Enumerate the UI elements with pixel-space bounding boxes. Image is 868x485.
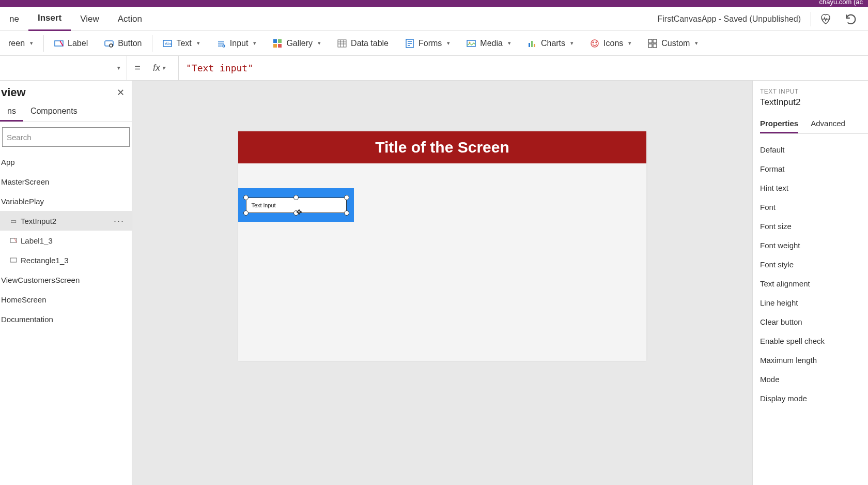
tab-properties[interactable]: Properties [760,115,798,133]
prop-font-size[interactable]: Font size [760,217,868,236]
ribbon-forms[interactable]: Forms▾ [397,31,458,56]
control-name-label[interactable]: TextInput2 [760,97,868,108]
chevron-down-icon: ▾ [447,40,450,47]
tab-screens[interactable]: ns [0,102,23,122]
tree-item-masterscreen[interactable]: MasterScreen [0,172,132,191]
tree-tabs: ns Components [0,102,132,122]
datatable-icon [337,39,347,48]
chevron-down-icon: ▾ [253,40,256,47]
svg-rect-23 [653,44,657,48]
tree-items: App MasterScreen VariablePlay ▭ TextInpu… [0,152,132,485]
ribbon-label-text: Icons [603,39,623,48]
prop-font-style[interactable]: Font style [760,255,868,274]
svg-rect-8 [273,44,277,48]
selected-textinput-control[interactable]: Text input ✥ [238,188,354,222]
resize-handle[interactable] [243,210,249,216]
prop-format[interactable]: Format [760,159,868,178]
chevron-down-icon: ▾ [117,65,120,71]
svg-rect-14 [529,43,530,47]
svg-point-19 [596,42,597,43]
prop-hint-text[interactable]: Hint text [760,178,868,198]
tree-item-documentation[interactable]: Documentation [0,309,132,329]
resize-handle[interactable] [344,195,349,200]
menu-view[interactable]: View [71,7,109,31]
tree-item-homescreen[interactable]: HomeScreen [0,290,132,309]
svg-rect-20 [648,39,652,43]
ribbon-label-text: Data table [351,39,389,48]
resize-handle[interactable] [344,210,349,216]
menu-home[interactable]: ne [0,7,28,31]
ribbon-datatable[interactable]: Data table [329,31,397,56]
divider [811,12,811,26]
tree-item-rectangle1-3[interactable]: Rectangle1_3 [0,250,132,270]
undo-icon[interactable] [844,12,858,26]
prop-clear-button[interactable]: Clear button [760,312,868,331]
properties-list: Default Format Hint text Font Font size … [760,140,868,408]
account-label: chayu.com (ac [819,0,863,6]
prop-enable-spell-check[interactable]: Enable spell check [760,331,868,351]
tab-advanced[interactable]: Advanced [811,115,845,133]
design-canvas[interactable]: Title of the Screen Text input ✥ [238,131,646,361]
custom-icon [648,39,657,48]
menu-insert[interactable]: Insert [28,7,71,31]
prop-maximum-length[interactable]: Maximum length [760,351,868,370]
fx-button[interactable]: fx▾ [148,56,179,81]
prop-display-mode[interactable]: Display mode [760,389,868,408]
menu-action[interactable]: Action [109,7,151,31]
ribbon-input[interactable]: Input▾ [208,31,265,56]
prop-line-height[interactable]: Line height [760,293,868,312]
svg-rect-7 [278,39,282,43]
ribbon-label-control[interactable]: Label [46,31,96,56]
ribbon-media[interactable]: Media▾ [458,31,519,56]
media-icon [467,39,476,48]
ribbon-gallery[interactable]: Gallery▾ [265,31,329,56]
app-status-label: FirstCanvasApp - Saved (Unpublished) [658,14,801,24]
app-checker-icon[interactable] [819,13,832,25]
tab-components[interactable]: Components [23,102,85,122]
app-titlebar: chayu.com (ac [0,0,868,7]
resize-handle[interactable] [243,195,249,200]
icons-icon [590,39,599,48]
chevron-down-icon: ▾ [197,40,200,47]
close-icon[interactable]: ✕ [117,87,125,98]
more-icon[interactable]: ··· [114,216,125,226]
property-dropdown[interactable]: ▾ [0,56,127,81]
ribbon-label-text: Text [176,39,191,48]
tree-item-app[interactable]: App [0,152,132,172]
svg-point-2 [110,44,113,47]
ribbon-label-text: Button [118,39,142,48]
prop-text-alignment[interactable]: Text alignment [760,274,868,293]
prop-font-weight[interactable]: Font weight [760,236,868,255]
screen-title-bar[interactable]: Title of the Screen [238,131,646,163]
formula-input[interactable]: "Text input" [179,63,253,73]
prop-font[interactable]: Font [760,198,868,217]
search-input[interactable]: Search [2,127,130,147]
move-cursor-icon: ✥ [296,208,302,216]
control-type-label: TEXT INPUT [760,88,868,95]
svg-rect-16 [534,44,535,47]
tree-item-label1-3[interactable]: Label1_3 [0,231,132,250]
input-icon [216,39,226,48]
ribbon-icons[interactable]: Icons▾ [582,31,640,56]
prop-default[interactable]: Default [760,140,868,159]
ribbon-screen[interactable]: reen▾ [0,31,41,56]
ribbon-button-control[interactable]: Button [96,31,150,56]
properties-panel: TEXT INPUT TextInput2 Properties Advance… [752,81,868,485]
ribbon-label-text: Custom [661,39,690,48]
ribbon-label-text: Media [480,39,503,48]
ribbon-charts[interactable]: Charts▾ [519,31,582,56]
text-input-value: Text input [252,202,276,208]
ribbon-text[interactable]: Abc Text▾ [154,31,208,56]
canvas-area[interactable]: Title of the Screen Text input ✥ [132,81,752,485]
ribbon-custom[interactable]: Custom▾ [640,31,706,56]
prop-mode[interactable]: Mode [760,370,868,389]
text-input-field[interactable]: Text input ✥ [246,198,347,213]
tree-item-viewcustomers[interactable]: ViewCustomersScreen [0,270,132,290]
resize-handle[interactable] [293,195,299,200]
svg-rect-21 [653,39,657,43]
tree-item-textinput2[interactable]: ▭ TextInput2 ··· [0,211,132,231]
chevron-down-icon: ▾ [508,40,511,47]
ribbon-label: reen [8,39,25,48]
svg-text:Abc: Abc [165,41,172,46]
tree-item-variableplay[interactable]: VariablePlay [0,191,132,211]
